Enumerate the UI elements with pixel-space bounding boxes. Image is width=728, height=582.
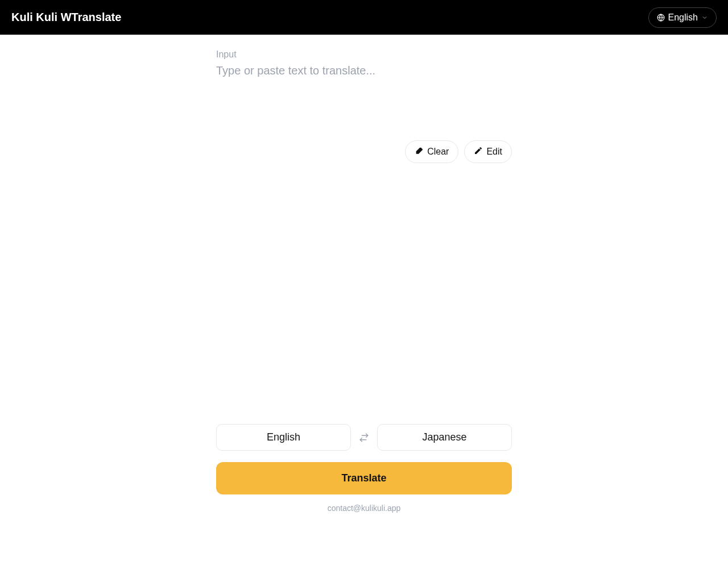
bottom-panel: English Japanese Translate contact@kulik…	[216, 424, 512, 513]
edit-button-label: Edit	[486, 147, 502, 157]
translate-input[interactable]	[216, 64, 512, 138]
input-label: Input	[216, 49, 512, 60]
input-actions: Clear Edit	[216, 140, 512, 163]
edit-button[interactable]: Edit	[464, 140, 512, 163]
source-language-select[interactable]: English	[216, 424, 351, 451]
clear-button-label: Clear	[427, 147, 449, 157]
main-panel: Input Clear Edit	[216, 35, 512, 163]
eraser-icon	[415, 146, 424, 157]
ui-language-label: English	[668, 13, 698, 23]
app-header: Kuli Kuli WTranslate English	[0, 0, 728, 35]
ui-language-selector[interactable]: English	[648, 7, 717, 28]
language-pair-row: English Japanese	[216, 424, 512, 451]
swap-languages-button[interactable]	[359, 433, 369, 443]
chevron-down-icon	[701, 14, 708, 21]
target-language-select[interactable]: Japanese	[377, 424, 512, 451]
globe-icon	[657, 14, 665, 22]
clear-button[interactable]: Clear	[405, 140, 458, 163]
pencil-icon	[474, 146, 483, 157]
translate-button[interactable]: Translate	[216, 462, 512, 494]
app-title: Kuli Kuli WTranslate	[11, 11, 121, 24]
footer-contact: contact@kulikuli.app	[216, 504, 512, 513]
